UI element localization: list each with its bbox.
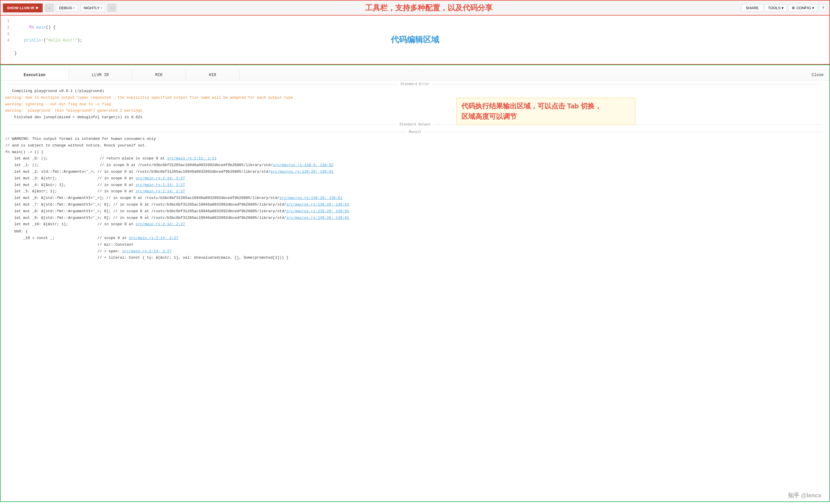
result-line-7: let mut _3: &[str]; // in scope 0 at src… bbox=[1, 175, 829, 182]
editor-lines: 1 2 3 4 fn main() { println!("Hello Rust… bbox=[1, 15, 829, 64]
toolbar-dots-1[interactable]: ··· bbox=[45, 4, 54, 12]
tab-hir[interactable]: HIR bbox=[186, 70, 240, 80]
gear-icon bbox=[792, 6, 795, 10]
play-icon bbox=[36, 6, 39, 9]
result-line-11: let mut _7: &[std::fmt::ArgumentV1<'_>; … bbox=[1, 201, 829, 208]
result-line-3: fn main() -> () { bbox=[1, 149, 829, 156]
result-line-literal: // + literal: Const { ty: &[&str; 1], va… bbox=[1, 255, 829, 261]
tools-chevron-icon: ▾ bbox=[781, 6, 784, 10]
result-divider: Result bbox=[1, 128, 829, 136]
result-line-10-const: _10 = const _; // scope 0 at src/main.rs… bbox=[1, 235, 829, 242]
config-button[interactable]: CONFIG ▾ bbox=[789, 4, 817, 12]
resize-handle[interactable]: ..... bbox=[1, 65, 829, 70]
config-chevron-icon: ▾ bbox=[812, 6, 814, 10]
toolbar-dots-2[interactable]: ··· bbox=[107, 4, 116, 12]
result-line-13: let mut _9: &[std::fmt::ArgumentV1<'_>; … bbox=[1, 215, 829, 221]
line-number-4: 4 bbox=[2, 37, 9, 43]
result-line-10: let mut _6: &[std::fmt::ArgumentV1<'_>];… bbox=[1, 195, 829, 201]
show-llvm-label: SHOW LLVM IR bbox=[7, 6, 34, 10]
result-line-14: let mut _10: &[&str; 1]; // in scope 0 a… bbox=[1, 221, 829, 228]
output-tabs: Execution LLVM IR MIR HIR Close bbox=[1, 70, 829, 81]
link-macros-136-28-2[interactable]: src/macros.rs:136:28: 136:61 bbox=[280, 196, 342, 200]
line-number-3: 3 bbox=[2, 31, 9, 37]
debug-dropdown[interactable]: DEBUG ▾ bbox=[56, 4, 78, 12]
link-main-2-14-1[interactable]: src/main.rs:2:14: 2:27 bbox=[136, 176, 185, 181]
share-button[interactable]: SHARE bbox=[741, 4, 763, 12]
link-main-1-11[interactable]: src/main.rs:1:11: 1:11 bbox=[167, 156, 217, 161]
output-line: Compiling playground v0.0.1 (/playground… bbox=[1, 88, 829, 95]
result-line-2: // and is subject to change without noti… bbox=[1, 143, 829, 149]
output-line-warning-1: warning: due to multiple output types re… bbox=[1, 95, 829, 101]
link-main-2-14-2[interactable]: src/main.rs:2:14: 2:27 bbox=[136, 183, 185, 187]
stdout-divider: Standard Output bbox=[1, 121, 829, 128]
line-numbers: 1 2 3 4 bbox=[1, 15, 11, 64]
line-number-2: 2 bbox=[2, 24, 9, 31]
link-macros-136-28-3[interactable]: src/macros.rs:136:28: 136:61 bbox=[286, 202, 349, 207]
line-number-1: 1 bbox=[2, 18, 9, 24]
result-line-bb0: bb0: { bbox=[1, 228, 829, 235]
stderr-divider: Standard Error bbox=[1, 81, 829, 88]
tab-mir[interactable]: MIR bbox=[132, 70, 186, 80]
link-macros-136-28-5[interactable]: src/macros.rs:136:28: 136:61 bbox=[286, 216, 349, 220]
tab-llvm-ir[interactable]: LLVM IR bbox=[69, 70, 132, 80]
config-label: CONFIG bbox=[796, 6, 811, 10]
nightly-label: NIGHTLY bbox=[84, 6, 99, 10]
link-main-2-14-4[interactable]: src/main.rs:2:14: 2:27 bbox=[136, 222, 185, 226]
result-line-12: let mut _8: &[std::fmt::ArgumentV1<'_>; … bbox=[1, 208, 829, 215]
result-line-5: let _1: (); // in scope 0 at /rustc/b3bc… bbox=[1, 162, 829, 169]
link-macros-136-9[interactable]: src/macros.rs:136:9: 136:62 bbox=[273, 163, 333, 167]
result-line-1: // WARNING: This output format is intend… bbox=[1, 136, 829, 143]
result-line-8: let mut _4: &[&str; 1]; // in scope 0 at… bbox=[1, 182, 829, 189]
help-button[interactable]: ? bbox=[819, 4, 827, 12]
link-main-2-14-5[interactable]: src/main.rs:2:14: 2:27 bbox=[129, 236, 179, 240]
output-close-button[interactable]: Close bbox=[806, 70, 829, 80]
toolbar-annotation: 工具栏，支持多种配置，以及代码分享 bbox=[119, 3, 739, 13]
result-line-4: let mut _0: (); // return place in scope… bbox=[1, 155, 829, 162]
link-macros-136-28-1[interactable]: src/macros.rs:136:28: 136:61 bbox=[270, 169, 333, 174]
link-main-2-14-6[interactable]: src/main.rs:2:14: 2:27 bbox=[122, 249, 172, 253]
nightly-chevron-icon: ▾ bbox=[101, 6, 102, 9]
output-line-warning-3: warning: `playground` (bin "playground")… bbox=[1, 107, 829, 114]
output-panel: ..... Execution LLVM IR MIR HIR Close St… bbox=[0, 65, 830, 502]
link-macros-136-28-4[interactable]: src/macros.rs:136:28: 136:61 bbox=[286, 209, 349, 213]
toolbar-right-actions: SHARE TOOLS ▾ CONFIG ▾ ? bbox=[741, 4, 827, 12]
show-llvm-button[interactable]: SHOW LLVM IR bbox=[3, 3, 43, 12]
code-editor-container: 1 2 3 4 fn main() { println!("Hello Rust… bbox=[0, 15, 830, 65]
result-line-6: let mut _2: std::fmt::Arguments<'_>; // … bbox=[1, 169, 829, 175]
result-line-9: let _5: &[&str; 1]; // in scope 0 at src… bbox=[1, 188, 829, 195]
tools-label: TOOLS bbox=[768, 6, 781, 10]
nightly-dropdown[interactable]: NIGHTLY ▾ bbox=[81, 4, 105, 12]
tools-button[interactable]: TOOLS ▾ bbox=[765, 4, 787, 12]
code-content[interactable]: fn main() { println!("Hello Rust!"); } bbox=[11, 15, 829, 64]
result-line-span: // + span: src/main.rs:2:14: 2:27 bbox=[1, 248, 829, 255]
tab-execution[interactable]: Execution bbox=[1, 70, 69, 80]
link-main-2-14-3[interactable]: src/main.rs:2:14: 2:27 bbox=[136, 189, 185, 193]
result-line-mir-const: // mir::Constant bbox=[1, 242, 829, 248]
output-content[interactable]: Standard Error Compiling playground v0.0… bbox=[1, 81, 829, 501]
debug-label: DEBUG bbox=[59, 6, 72, 10]
output-line-finished: Finished dev [unoptimized + debuginfo] t… bbox=[1, 114, 829, 121]
toolbar: SHOW LLVM IR ··· DEBUG ▾ NIGHTLY ▾ ··· 工… bbox=[0, 0, 830, 15]
debug-chevron-icon: ▾ bbox=[73, 6, 75, 9]
output-line-warning-2: warning: ignoring --out-dir flag due to … bbox=[1, 101, 829, 108]
